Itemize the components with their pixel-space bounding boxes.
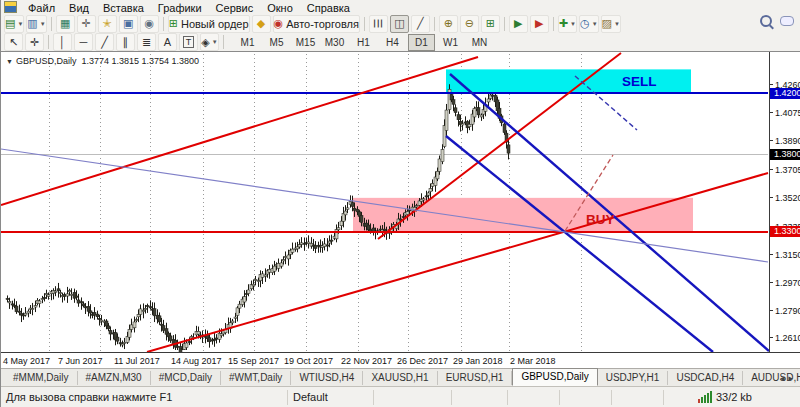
timeframe-MN[interactable]: MN xyxy=(466,34,493,51)
terminal-button[interactable]: ▣ xyxy=(119,15,138,33)
market-watch-icon: ▦ xyxy=(60,17,70,30)
candle-body xyxy=(427,193,430,195)
tab-#MMM,Daily[interactable]: #MMM,Daily xyxy=(5,371,78,385)
new-chart-button[interactable]: ▤▼ xyxy=(4,15,24,33)
chat-icon[interactable] xyxy=(780,16,794,26)
templates-button[interactable]: ▨▼ xyxy=(601,15,621,33)
horizontal-line-button[interactable]: ─ xyxy=(74,33,93,51)
candle-mode-button[interactable]: ◫ xyxy=(390,15,409,33)
menu-Вид[interactable]: Вид xyxy=(62,2,96,14)
menu-Файл[interactable]: Файл xyxy=(21,2,62,14)
price-tick xyxy=(770,112,773,113)
price-label: 1.3705 xyxy=(775,165,800,175)
terminal-icon: ▣ xyxy=(123,17,133,30)
chart-canvas[interactable]: SELLBUY xyxy=(1,52,769,352)
zoom-out-button[interactable]: ⊖ xyxy=(460,15,479,33)
uptrend-upper[interactable] xyxy=(1,57,478,205)
vertical-line-icon: │ xyxy=(59,36,66,48)
time-axis[interactable]: 4 May 20177 Jun 201711 Jul 201714 Aug 20… xyxy=(1,352,769,368)
metaeditor-button[interactable]: ◆ xyxy=(252,15,271,33)
data-window-button[interactable]: ✛ xyxy=(77,15,96,33)
shapes-button[interactable]: ◈▼ xyxy=(200,33,219,51)
text-button[interactable]: A xyxy=(158,33,177,51)
periods-button[interactable]: ◷▼ xyxy=(579,15,599,33)
crosshair-button[interactable]: ✛ xyxy=(25,33,44,51)
price-tick xyxy=(770,282,773,283)
status-help-text: Для вызова справки нажмите F1 xyxy=(1,390,288,405)
bar-chart-mode-button[interactable]: ☰ xyxy=(369,15,388,33)
toolbar-separator xyxy=(553,17,554,31)
candle-body xyxy=(261,274,264,277)
tab-WTIUSD,H4[interactable]: WTIUSD,H4 xyxy=(291,371,363,385)
tab-USDCAD,H4[interactable]: USDCAD,H4 xyxy=(668,371,743,385)
new-chart-icon: ▤ xyxy=(5,17,15,30)
candle-body xyxy=(158,316,161,322)
autotrading-button[interactable]: ◉Авто-торговля xyxy=(273,15,360,33)
toolbar-separator xyxy=(504,17,505,31)
market-watch-button[interactable]: ▦ xyxy=(56,15,75,33)
drawing-toolbar: ↖✛│─╱∥≣AT◈▼ M1M5M15M30H1H4D1W1MN xyxy=(1,33,800,52)
candle-body xyxy=(162,326,165,331)
timeframe-H4[interactable]: H4 xyxy=(379,34,406,51)
menu-Графики[interactable]: Графики xyxy=(151,2,209,14)
line-chart-mode-button[interactable]: ╱ xyxy=(411,15,430,33)
shapes-icon: ◈ xyxy=(201,36,209,49)
zoom-in-icon: ⊕ xyxy=(444,17,453,30)
cursor-button[interactable]: ↖ xyxy=(4,33,23,51)
candle-body xyxy=(337,228,340,230)
vertical-line-button[interactable]: │ xyxy=(53,33,72,51)
menu-Окно[interactable]: Окно xyxy=(260,2,300,14)
timeframe-M15[interactable]: M15 xyxy=(292,34,319,51)
indicators-icon: ✚ xyxy=(559,17,568,30)
timeframe-M30[interactable]: M30 xyxy=(321,34,348,51)
tab-#MCD,Daily[interactable]: #MCD,Daily xyxy=(151,371,221,385)
chart-title: ▼GBPUSD,Daily 1.3774 1.3815 1.3754 1.380… xyxy=(6,56,199,66)
text-label-button[interactable]: T xyxy=(179,33,198,51)
new-order-button[interactable]: ⊞Новый ордер xyxy=(168,15,250,33)
strategy-tester-button[interactable]: ◉ xyxy=(140,15,159,33)
date-label: 29 Jan 2018 xyxy=(453,356,503,366)
equidistant-channel-button[interactable]: ∥ xyxy=(116,33,135,51)
downtrend-inner[interactable] xyxy=(446,136,713,352)
fibonacci-button[interactable]: ≣ xyxy=(137,33,156,51)
search-icon[interactable] xyxy=(760,15,772,27)
menu-Справка[interactable]: Справка xyxy=(300,2,357,14)
indicators-button[interactable]: ✚▼ xyxy=(558,15,577,33)
candle-body xyxy=(415,206,418,207)
zoom-in-button[interactable]: ⊕ xyxy=(439,15,458,33)
horizontal-line-icon: ─ xyxy=(80,36,88,48)
date-label: 2 Mar 2018 xyxy=(510,356,556,366)
trendline-button[interactable]: ╱ xyxy=(95,33,114,51)
tab-EURUSD,H1[interactable]: EURUSD,H1 xyxy=(438,371,513,385)
tab-GBPUSD,Daily[interactable]: GBPUSD,Daily xyxy=(512,368,597,386)
dropdown-caret-icon: ▼ xyxy=(212,39,218,45)
resistance-level-badge: 1.4200 xyxy=(770,88,800,99)
candle-body xyxy=(491,95,494,96)
tab-XAUUSD,H1[interactable]: XAUUSD,H1 xyxy=(363,371,437,385)
timeframe-H1[interactable]: H1 xyxy=(350,34,377,51)
tab-#AMZN,M30[interactable]: #AMZN,M30 xyxy=(78,371,151,385)
candle-body xyxy=(264,275,267,276)
candle-body xyxy=(54,291,57,292)
timeframe-M5[interactable]: M5 xyxy=(263,34,290,51)
tile-windows-button[interactable]: ⊞ xyxy=(481,15,500,33)
candle-body xyxy=(268,269,271,272)
candle-body xyxy=(507,145,510,153)
tab-USDJPY,H1[interactable]: USDJPY,H1 xyxy=(598,371,669,385)
tab-#WMT,Daily[interactable]: #WMT,Daily xyxy=(221,371,291,385)
price-tick xyxy=(770,310,773,311)
auto-scroll-button[interactable]: ▶ xyxy=(509,15,528,33)
menu-Вставка[interactable]: Вставка xyxy=(96,2,151,14)
timeframe-M1[interactable]: M1 xyxy=(234,34,261,51)
timeframe-W1[interactable]: W1 xyxy=(437,34,464,51)
chart-shift-button[interactable]: ▶ xyxy=(530,15,549,33)
chart-menu-dropdown-icon[interactable]: ▼ xyxy=(6,58,13,65)
candle-body xyxy=(298,245,301,247)
profiles-button[interactable]: ▥▼ xyxy=(26,15,46,33)
tab-scroll-arrows[interactable]: ◂▸ xyxy=(780,373,797,383)
timeframe-D1[interactable]: D1 xyxy=(408,34,435,51)
navigator-button[interactable]: ✭ xyxy=(98,15,117,33)
menu-Сервис[interactable]: Сервис xyxy=(209,2,261,14)
price-axis[interactable]: 1.42601.40751.38901.37051.35201.33351.31… xyxy=(769,52,800,352)
candle-body xyxy=(153,309,156,316)
